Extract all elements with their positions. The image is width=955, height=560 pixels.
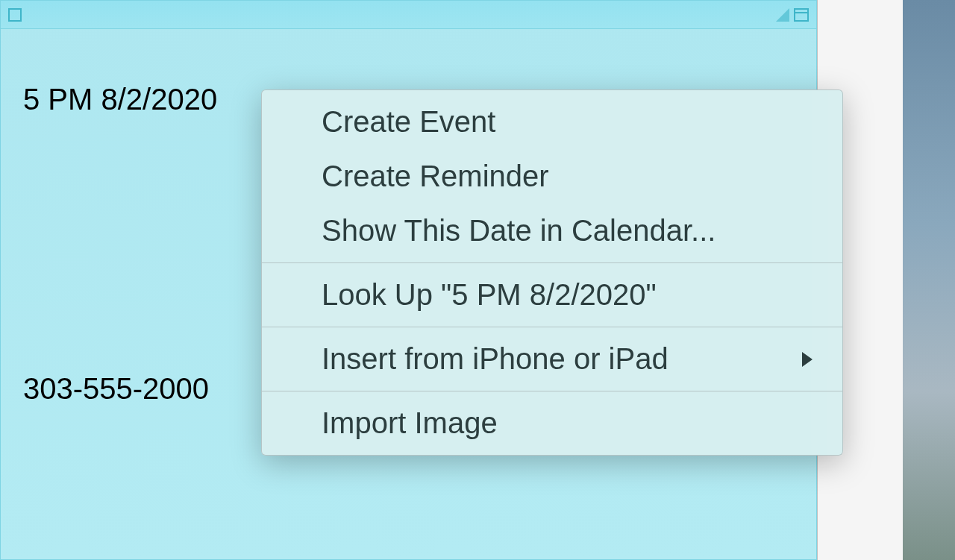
menu-label: Show This Date in Calendar... <box>322 214 716 248</box>
menu-section-lookup: Look Up "5 PM 8/2/2020" <box>262 263 842 327</box>
title-bar[interactable] <box>1 1 816 29</box>
menu-section-date: Create Event Create Reminder Show This D… <box>262 90 842 262</box>
menu-section-import: Import Image <box>262 391 842 455</box>
menu-label: Look Up "5 PM 8/2/2020" <box>322 278 657 312</box>
title-bar-right <box>776 8 809 22</box>
menu-section-insert: Insert from iPhone or iPad <box>262 327 842 391</box>
menu-item-insert-iphone-ipad[interactable]: Insert from iPhone or iPad <box>262 332 842 386</box>
menu-item-import-image[interactable]: Import Image <box>262 396 842 450</box>
menu-label: Import Image <box>322 406 498 440</box>
square-icon[interactable] <box>8 8 22 22</box>
menu-item-create-reminder[interactable]: Create Reminder <box>262 149 842 204</box>
menu-item-create-event[interactable]: Create Event <box>262 95 842 149</box>
menu-label: Create Event <box>322 105 495 139</box>
menu-label: Insert from iPhone or iPad <box>322 342 668 376</box>
menu-label: Create Reminder <box>322 160 549 193</box>
menu-item-show-date-calendar[interactable]: Show This Date in Calendar... <box>262 204 842 258</box>
desktop-photo-strip <box>903 0 955 560</box>
chevron-right-icon <box>802 352 812 367</box>
window-icon[interactable] <box>794 8 809 22</box>
context-menu: Create Event Create Reminder Show This D… <box>261 89 843 456</box>
title-bar-left <box>8 8 22 22</box>
resize-icon[interactable] <box>776 8 789 22</box>
menu-item-lookup[interactable]: Look Up "5 PM 8/2/2020" <box>262 268 842 322</box>
